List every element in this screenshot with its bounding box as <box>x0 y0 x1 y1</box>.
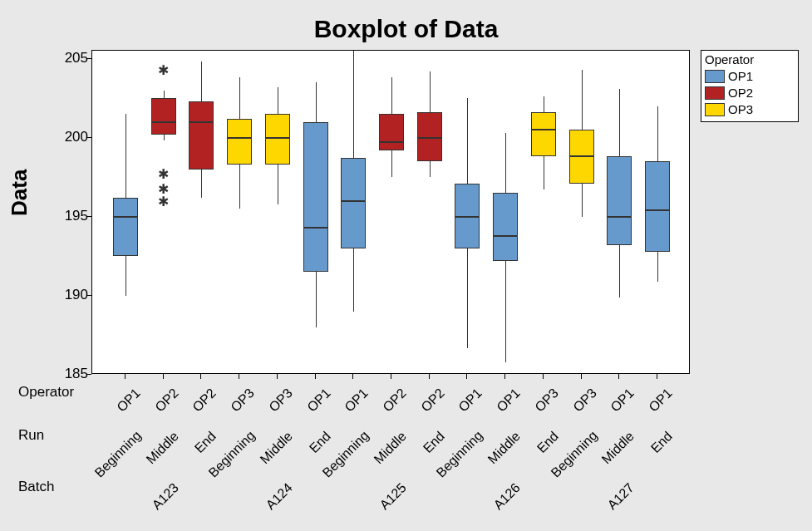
row-label-run: Run <box>18 427 44 444</box>
whisker-lower <box>619 245 620 297</box>
legend-title: Operator <box>705 52 795 68</box>
row-label-operator: Operator <box>18 384 74 401</box>
whisker-upper <box>619 89 620 157</box>
median-line <box>531 129 556 130</box>
legend-label: OP1 <box>728 68 753 85</box>
median-line <box>341 200 366 202</box>
whisker-lower <box>278 165 278 204</box>
whisker-lower <box>544 156 544 189</box>
whisker-upper <box>125 114 126 198</box>
box <box>303 122 328 273</box>
box <box>189 101 214 170</box>
x-label-batch: A127 <box>586 480 637 531</box>
whisker-upper <box>582 70 583 130</box>
y-tick-label: 190 <box>52 287 88 303</box>
median-line <box>569 155 594 157</box>
legend-label: OP3 <box>728 101 753 118</box>
whisker-upper <box>353 51 354 158</box>
whisker-lower <box>657 252 658 282</box>
chart-container: Boxplot of Data Data ✱✱✱✱ 18519019520020… <box>0 0 812 531</box>
whisker-upper <box>430 71 431 112</box>
median-line <box>227 137 252 139</box>
box <box>607 156 632 245</box>
legend: Operator OP1OP2OP3 <box>701 50 799 122</box>
y-tick-label: 200 <box>52 129 88 145</box>
legend-item: OP3 <box>705 101 795 118</box>
x-tick-mark <box>239 374 239 379</box>
whisker-upper <box>467 98 468 184</box>
whisker-lower <box>125 256 126 296</box>
box <box>341 158 366 248</box>
y-tick-label: 185 <box>52 366 88 382</box>
y-tick-mark <box>86 374 91 375</box>
median-line <box>303 227 328 229</box>
whisker-upper <box>544 96 544 112</box>
x-label-batch: A123 <box>130 480 181 531</box>
box <box>227 119 252 165</box>
legend-swatch <box>705 103 725 116</box>
y-tick-label: 205 <box>52 50 88 66</box>
whisker-lower <box>316 272 317 327</box>
whisker-lower <box>505 261 506 362</box>
legend-item: OP2 <box>705 85 795 101</box>
whisker-upper <box>316 82 317 122</box>
x-label-batch: A125 <box>358 480 410 531</box>
row-label-batch: Batch <box>18 479 54 495</box>
median-line <box>151 121 176 123</box>
whisker-lower <box>430 161 431 177</box>
median-line <box>645 209 670 211</box>
median-line <box>607 216 632 218</box>
median-line <box>265 137 290 139</box>
y-tick-mark <box>86 295 91 296</box>
whisker-lower <box>391 150 392 177</box>
median-line <box>189 121 214 123</box>
legend-item: OP1 <box>705 68 795 85</box>
whisker-lower <box>164 135 165 141</box>
whisker-upper <box>278 87 278 114</box>
median-line <box>417 137 442 139</box>
legend-swatch <box>705 70 725 83</box>
x-tick-mark <box>657 374 657 379</box>
whisker-upper <box>201 61 202 101</box>
median-line <box>379 141 404 143</box>
whisker-lower <box>201 170 202 198</box>
y-tick-label: 195 <box>52 208 88 224</box>
x-label-batch: A126 <box>472 480 524 531</box>
median-line <box>113 216 138 218</box>
whisker-upper <box>391 77 392 114</box>
x-tick-mark <box>543 374 544 379</box>
x-tick-mark <box>277 374 278 379</box>
box <box>113 198 138 256</box>
y-tick-mark <box>86 216 91 217</box>
box <box>531 112 556 156</box>
x-tick-mark <box>581 374 582 379</box>
box <box>493 193 518 261</box>
outlier-marker: ✱ <box>158 166 169 182</box>
whisker-upper <box>505 133 506 193</box>
whisker-lower <box>467 248 468 348</box>
box <box>645 161 670 251</box>
whisker-upper <box>239 77 240 118</box>
chart-title: Boxplot of Data <box>0 15 812 43</box>
legend-label: OP2 <box>728 85 753 101</box>
legend-swatch <box>705 86 725 100</box>
outlier-marker: ✱ <box>158 180 169 196</box>
box <box>265 114 290 165</box>
x-tick-mark <box>163 374 164 379</box>
median-line <box>493 235 518 237</box>
whisker-upper <box>164 91 165 99</box>
x-tick-mark <box>429 374 430 379</box>
whisker-upper <box>657 106 658 162</box>
whisker-lower <box>239 165 240 209</box>
y-axis-label: Data <box>7 170 32 216</box>
box <box>151 98 176 135</box>
x-tick-mark <box>125 374 125 379</box>
outlier-marker: ✱ <box>158 61 169 77</box>
whisker-lower <box>353 248 354 312</box>
x-tick-mark <box>391 374 391 379</box>
x-tick-mark <box>352 374 353 379</box>
plot-area: ✱✱✱✱ <box>91 50 690 374</box>
x-tick-mark <box>466 374 467 379</box>
whisker-lower <box>582 184 583 217</box>
x-tick-mark <box>618 374 619 379</box>
